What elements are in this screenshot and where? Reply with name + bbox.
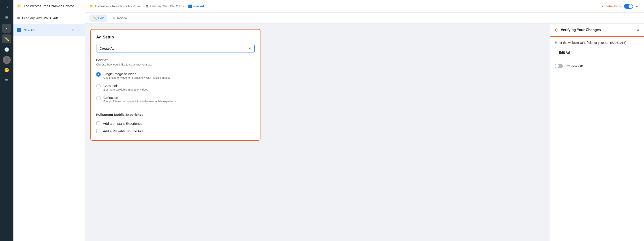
ad-setup-card: Ad Setup Create Ad ▼ Format Choose how y… (90, 29, 260, 141)
preview-toggle[interactable] (555, 64, 563, 68)
right-panel: ⊖ Verifying Your Changes ∧ Enter the web… (550, 24, 644, 241)
section-divider (96, 109, 255, 109)
playable-source-checkbox[interactable] (96, 129, 100, 133)
setup-error: ▲ Setup Error (601, 4, 622, 8)
radio-carousel[interactable]: Carousel 2 or more scrollable images or … (96, 82, 255, 93)
edit-tab-icon: ✏️ (93, 16, 97, 20)
radio-carousel-circle (96, 84, 101, 88)
sidebar-item-ad[interactable]: 🟦 New Ad ⚠ ··· (14, 24, 85, 36)
tab-review[interactable]: 👁 Review (109, 14, 131, 22)
breadcrumb-ad-icon: 🟦 (188, 4, 192, 8)
breadcrumb-adset-label: February 2021 TWTC Ads (150, 4, 184, 8)
radio-single-title: Single Image or Video (104, 72, 170, 76)
campaign-label: The Witness Tree Chronicles Promo (24, 4, 76, 8)
verifying-title-label: Verifying Your Changes (561, 28, 601, 32)
warning-icon: ⚠ (72, 28, 75, 32)
edit-icon[interactable]: ✏️ (2, 34, 11, 43)
format-description: Choose how you'd like to structure your … (96, 63, 255, 66)
breadcrumb-campaign-label: The Witness Tree Chronicles Promo (95, 4, 142, 8)
error-text: Enter the website URL field for your ad.… (555, 40, 626, 45)
body-area: Ad Setup Create Ad ▼ Format Choose how y… (85, 24, 644, 241)
main-content: 📁 The Witness Tree Chronicles Promo › ⊞ … (85, 0, 644, 241)
edit-ad-button[interactable]: Edit Ad (555, 49, 574, 56)
radio-collection-title: Collection (104, 96, 176, 99)
ad-label: New Ad (24, 28, 72, 32)
breadcrumb-sep1: › (143, 4, 144, 8)
review-tab-label: Review (117, 16, 127, 20)
checkbox-playable[interactable]: Add a Playable Source File (96, 127, 255, 135)
publish-toggle[interactable] (624, 4, 633, 9)
ad-setup-panel: Ad Setup Create Ad ▼ Format Choose how y… (85, 24, 550, 241)
review-tab-icon: 👁 (112, 16, 116, 20)
breadcrumb-actions: ▲ Setup Error ··· (601, 3, 640, 9)
folder-icon: 📁 (17, 4, 22, 8)
verifying-body: Enter the website URL field for your ad.… (550, 37, 644, 60)
chevron-up-icon: ∧ (636, 27, 640, 32)
fullscreen-title: Fullscreen Mobile Experience (96, 113, 255, 116)
list-icon[interactable]: ☰ (2, 76, 11, 85)
breadcrumb-adset-icon: ⊞ (146, 4, 148, 8)
radio-carousel-desc: 2 or more scrollable images or videos (104, 88, 148, 91)
format-title: Format (96, 58, 255, 62)
breadcrumb-folder-icon: 📁 (90, 4, 93, 8)
instant-experience-checkbox[interactable] (96, 121, 100, 125)
error-message: Enter the website URL field for your ad.… (555, 40, 640, 45)
adset-label: February 2021 TWTC Ads (22, 16, 76, 20)
breadcrumb-bar: 📁 The Witness Tree Chronicles Promo › ⊞ … (85, 0, 644, 12)
radio-collection-circle (96, 96, 101, 100)
home-icon[interactable]: ⌂ (2, 2, 11, 11)
instant-experience-label: Add an Instant Experience (103, 122, 142, 125)
icon-sidebar: ⌂ ⊞ ▪ ✏️ 🕐 👤 😊 ☰ (0, 0, 14, 241)
radio-carousel-title: Carousel (104, 84, 148, 88)
ad-icon: 🟦 (17, 28, 22, 32)
radio-single-desc: One image or video, or a slideshow with … (104, 76, 170, 79)
adset-icon: ⊞ (17, 16, 20, 20)
edit-tab-label: Edit (98, 16, 104, 20)
radio-collection-desc: Group of items that opens into a fullscr… (104, 100, 176, 103)
avatar[interactable]: 👤 (3, 56, 11, 64)
error-triangle-icon: ▲ (601, 4, 604, 8)
breadcrumb-ad[interactable]: 🟦 New Ad (188, 4, 204, 8)
checkbox-instant[interactable]: Add an Instant Experience (96, 120, 255, 127)
radio-single-circle (96, 72, 101, 77)
ad-setup-title: Ad Setup (96, 35, 255, 39)
ad-type-select-wrapper: Create Ad ▼ (96, 44, 255, 53)
breadcrumb-campaign[interactable]: 📁 The Witness Tree Chronicles Promo (90, 4, 142, 8)
campaign-sidebar: 📁 The Witness Tree Chronicles Promo ··· … (14, 0, 85, 241)
setup-error-label: Setup Error (606, 4, 622, 8)
face-icon[interactable]: 😊 (2, 66, 11, 75)
error-circle-icon: ⊖ (555, 27, 558, 33)
campaign-dots[interactable]: ··· (76, 3, 81, 9)
radio-collection[interactable]: Collection Group of items that opens int… (96, 93, 255, 105)
clock-icon[interactable]: 🕐 (2, 45, 11, 54)
sidebar-item-adset[interactable]: ⊞ February 2021 TWTC Ads ··· (14, 12, 85, 24)
breadcrumb-adset[interactable]: ⊞ February 2021 TWTC Ads (146, 4, 184, 8)
preview-section: Preview Off (550, 60, 644, 72)
tab-edit[interactable]: ✏️ Edit (90, 14, 107, 22)
tab-bar: ✏️ Edit 👁 Review (85, 12, 644, 24)
breadcrumb-ad-label: New Ad (193, 4, 204, 8)
ad-type-select[interactable]: Create Ad (96, 44, 255, 53)
error-more-icon[interactable]: ··· (637, 40, 640, 45)
radio-single[interactable]: Single Image or Video One image or video… (96, 70, 255, 82)
grid-icon[interactable]: ⊞ (2, 13, 11, 22)
breadcrumb: 📁 The Witness Tree Chronicles Promo › ⊞ … (90, 4, 204, 8)
preview-label: Preview Off (566, 64, 583, 68)
verifying-header[interactable]: ⊖ Verifying Your Changes ∧ (550, 24, 644, 37)
adset-dots[interactable]: ··· (76, 15, 81, 21)
sidebar-item-campaign[interactable]: 📁 The Witness Tree Chronicles Promo ··· (14, 0, 85, 12)
more-options-button[interactable]: ··· (636, 3, 640, 9)
chart-icon[interactable]: ▪ (2, 24, 11, 33)
breadcrumb-sep2: › (186, 4, 186, 8)
ad-dots[interactable]: ··· (76, 27, 81, 33)
playable-source-label: Add a Playable Source File (103, 129, 144, 133)
